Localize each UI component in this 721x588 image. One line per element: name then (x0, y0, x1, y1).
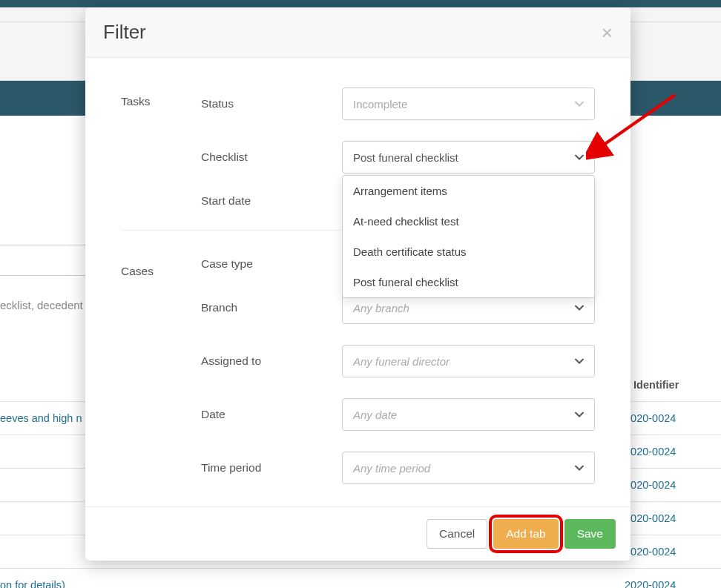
cancel-button[interactable]: Cancel (427, 519, 487, 549)
cell-identifier: 2020-0024 (625, 446, 721, 457)
label-time-period: Time period (201, 461, 333, 475)
cell-identifier: 2020-0024 (625, 412, 721, 424)
dropdown-option[interactable]: Arrangement items (343, 176, 594, 206)
label-date: Date (201, 408, 333, 421)
field-checklist: Checklist Post funeral checklist Arrange… (201, 141, 595, 174)
section-label-tasks: Tasks (121, 87, 201, 208)
cell-identifier: 2020-0024 (625, 512, 721, 524)
close-icon[interactable]: × (602, 23, 613, 42)
dropdown-option[interactable]: Post funeral checklist (343, 267, 594, 297)
svg-line-0 (601, 95, 675, 147)
bg-search-hint: ecklist, decedent (0, 299, 83, 311)
field-time-period: Time period Any time period (201, 452, 595, 484)
modal-header: Filter × (85, 7, 631, 58)
chevron-down-icon (575, 99, 584, 110)
cell-identifier: 2020-0024 (625, 579, 721, 588)
save-button[interactable]: Save (564, 519, 616, 549)
select-status[interactable]: Incomplete (342, 87, 595, 120)
label-checklist: Checklist (201, 151, 333, 164)
select-date[interactable]: Any date (342, 398, 595, 431)
label-branch: Branch (201, 301, 333, 314)
bg-search-input[interactable] (0, 245, 89, 276)
section-label-cases: Cases (121, 257, 201, 484)
chevron-down-icon (575, 409, 584, 420)
dropdown-option[interactable]: At-need checklist test (343, 206, 594, 237)
select-time-period-placeholder: Any time period (353, 462, 430, 475)
table-row[interactable]: on for details)2020-0024 (0, 569, 721, 588)
cell-identifier: 2020-0024 (625, 479, 721, 491)
dropdown-option[interactable]: Death certificate status (343, 237, 594, 267)
select-branch-placeholder: Any branch (353, 302, 409, 314)
select-time-period[interactable]: Any time period (342, 452, 595, 484)
bg-th-identifier: e Identifier (625, 379, 721, 391)
select-assigned-to[interactable]: Any funeral director (342, 345, 595, 377)
select-assigned-to-placeholder: Any funeral director (353, 355, 450, 368)
cell-identifier: 2020-0024 (625, 546, 721, 558)
bg-topbar (0, 0, 721, 7)
section-tasks: Tasks Status Incomplete Checklist (121, 87, 595, 208)
select-status-value: Incomplete (353, 98, 407, 110)
chevron-down-icon (575, 303, 584, 314)
chevron-down-icon (575, 356, 584, 367)
add-tab-button[interactable]: Add tab (493, 519, 558, 549)
select-date-placeholder: Any date (353, 409, 397, 421)
label-case-type: Case type (201, 257, 333, 271)
field-assigned-to: Assigned to Any funeral director (201, 345, 595, 377)
cell-decedent (506, 579, 625, 588)
cell-checklist (298, 579, 506, 588)
chevron-down-icon (575, 152, 584, 163)
field-date: Date Any date (201, 398, 595, 431)
modal-footer: Cancel Add tab Save (85, 506, 631, 561)
label-start-date: Start date (201, 194, 333, 208)
label-status: Status (201, 97, 333, 110)
chevron-down-icon (575, 463, 584, 474)
modal-body: Tasks Status Incomplete Checklist (85, 58, 631, 506)
modal-title: Filter (103, 21, 146, 44)
checklist-dropdown: Arrangement items At-need checklist test… (342, 175, 595, 298)
field-status: Status Incomplete (201, 87, 595, 120)
cell-task: on for details) (0, 579, 298, 588)
label-assigned-to: Assigned to (201, 354, 333, 368)
select-checklist[interactable]: Post funeral checklist (342, 141, 595, 174)
select-checklist-value: Post funeral checklist (353, 151, 458, 164)
filter-modal: Filter × Tasks Status Incomplete (85, 7, 631, 561)
annotation-arrow-icon (586, 87, 690, 162)
